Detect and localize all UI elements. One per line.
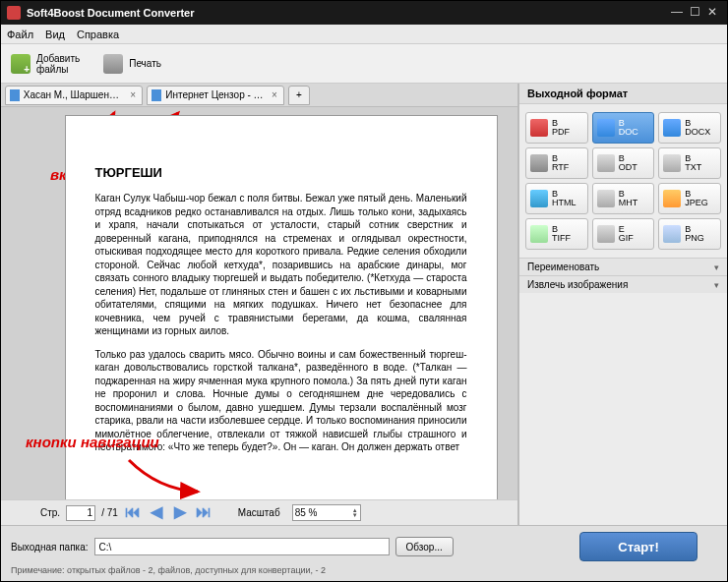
- format-png[interactable]: В PNG: [658, 218, 721, 250]
- mht-icon: [597, 190, 615, 207]
- format-label: В JPEG: [685, 190, 708, 207]
- rename-option[interactable]: Переименовать ▾: [519, 258, 727, 275]
- tab-label: Интернет Цензор - эфф...: [165, 89, 266, 100]
- format-label: В TIFF: [552, 225, 571, 243]
- tab-label: Хасан М., Шаршеналиев ...: [24, 89, 125, 100]
- format-label: В PNG: [685, 225, 704, 243]
- format-jpeg[interactable]: В JPEG: [658, 183, 721, 214]
- rename-label: Переименовать: [527, 262, 599, 272]
- format-pdf[interactable]: В PDF: [525, 112, 588, 144]
- doc-icon: [152, 89, 161, 101]
- format-docx[interactable]: В DOCX: [658, 112, 721, 144]
- app-icon: [7, 6, 21, 20]
- gif-icon: [597, 225, 615, 243]
- page-input[interactable]: [66, 505, 95, 521]
- document-viewport[interactable]: вкладки ТЮРГЕШИ Каган Сулук Чабыш-чор бе…: [1, 107, 517, 499]
- format-odt[interactable]: В ODT: [592, 147, 655, 179]
- format-label: В MHT: [619, 190, 638, 207]
- print-button[interactable]: Печать: [99, 52, 165, 76]
- format-label: В DOCX: [685, 119, 710, 137]
- status-note: Примечание: открытых файлов - 2, файлов,…: [11, 565, 717, 575]
- tab-close-icon[interactable]: ×: [128, 89, 138, 101]
- close-button[interactable]: ✕: [703, 5, 721, 21]
- left-pane: Хасан М., Шаршеналиев ... × Интернет Цен…: [1, 84, 518, 525]
- menubar: Файл Вид Справка: [1, 25, 727, 44]
- next-page-button[interactable]: ▶: [171, 504, 189, 522]
- output-row: Выходная папка: Обзор... Старт!: [11, 532, 717, 561]
- doc-heading: ТЮРГЕШИ: [95, 165, 467, 180]
- tiff-icon: [530, 225, 548, 243]
- docx-icon: [663, 119, 681, 137]
- add-files-label: Добавить файлы: [36, 53, 80, 75]
- first-page-button[interactable]: ⏮: [124, 504, 142, 522]
- page-total: / 71: [101, 507, 118, 518]
- format-grid: В PDF В DOC В DOCX В RTF В ODT В TXT В H…: [519, 104, 727, 258]
- extract-label: Извлечь изображения: [527, 279, 628, 290]
- minimize-button[interactable]: —: [668, 5, 686, 21]
- document-tabs: Хасан М., Шаршеналиев ... × Интернет Цен…: [1, 84, 517, 107]
- start-button[interactable]: Старт!: [579, 532, 698, 561]
- doc-paragraph: Каган Сулук Чабыш-чор бежал с поля битвы…: [95, 192, 467, 338]
- bottom-bar: Выходная папка: Обзор... Старт! Примечан…: [1, 525, 727, 581]
- doc-icon: [10, 89, 20, 101]
- odt-icon: [597, 154, 615, 172]
- tab-add-button[interactable]: +: [288, 86, 310, 105]
- format-label: В TXT: [685, 154, 701, 172]
- format-gif[interactable]: E GIF: [592, 218, 655, 250]
- maximize-button[interactable]: ☐: [686, 5, 703, 21]
- doc-icon: [597, 119, 615, 137]
- prev-page-button[interactable]: ◀: [148, 504, 165, 522]
- output-folder-input[interactable]: [94, 538, 390, 555]
- doc-paragraph: Только раз удалось сварить мясо. Обычно …: [95, 348, 467, 454]
- menu-view[interactable]: Вид: [45, 29, 65, 40]
- jpeg-icon: [663, 190, 681, 207]
- zoom-select[interactable]: 85 % ▲▼: [292, 504, 361, 521]
- format-label: В DOC: [619, 119, 638, 137]
- workspace: Хасан М., Шаршеналиев ... × Интернет Цен…: [1, 84, 727, 525]
- titlebar[interactable]: Soft4Boost Document Converter — ☐ ✕: [1, 1, 727, 25]
- right-pane: Выходной формат В PDF В DOC В DOCX В RTF…: [518, 84, 727, 525]
- output-folder-label: Выходная папка:: [11, 542, 89, 553]
- format-tiff[interactable]: В TIFF: [525, 218, 588, 250]
- rtf-icon: [530, 154, 548, 172]
- chevron-down-icon: ▾: [714, 262, 719, 272]
- app-title: Soft4Boost Document Converter: [27, 7, 668, 19]
- print-icon: [103, 54, 123, 74]
- app-window: Soft4Boost Document Converter — ☐ ✕ Файл…: [0, 0, 728, 582]
- format-txt[interactable]: В TXT: [658, 147, 721, 179]
- format-html[interactable]: В HTML: [525, 183, 588, 214]
- tab-0[interactable]: Хасан М., Шаршеналиев ... ×: [5, 86, 143, 105]
- page-navigation: Стр. / 71 ⏮ ◀ ▶ ⏭ Масштаб 85 % ▲▼: [1, 499, 517, 525]
- html-icon: [530, 190, 548, 207]
- png-icon: [663, 225, 681, 243]
- chevron-down-icon: ▾: [714, 280, 719, 290]
- browse-button[interactable]: Обзор...: [395, 537, 454, 556]
- add-files-button[interactable]: Добавить файлы: [7, 51, 84, 77]
- tab-1[interactable]: Интернет Цензор - эфф... ×: [147, 86, 284, 105]
- last-page-button[interactable]: ⏭: [195, 504, 212, 522]
- format-label: E GIF: [619, 225, 634, 243]
- menu-help[interactable]: Справка: [77, 29, 119, 40]
- output-format-header: Выходной формат: [519, 84, 727, 104]
- txt-icon: [663, 154, 681, 172]
- tab-close-icon[interactable]: ×: [270, 89, 279, 101]
- page-label: Стр.: [40, 507, 60, 518]
- format-label: В HTML: [552, 190, 576, 207]
- document-page: ТЮРГЕШИ Каган Сулук Чабыш-чор бежал с по…: [65, 115, 498, 499]
- zoom-value: 85 %: [295, 507, 318, 518]
- format-label: В ODT: [619, 154, 637, 172]
- zoom-label: Масштаб: [238, 507, 280, 518]
- toolbar: Добавить файлы Печать: [1, 44, 727, 84]
- extract-images-option[interactable]: Извлечь изображения ▾: [519, 275, 727, 293]
- print-label: Печать: [129, 58, 161, 69]
- format-label: В RTF: [552, 154, 569, 172]
- format-label: В PDF: [552, 119, 570, 137]
- menu-file[interactable]: Файл: [7, 29, 33, 40]
- format-doc[interactable]: В DOC: [592, 112, 655, 144]
- format-mht[interactable]: В MHT: [592, 183, 655, 214]
- pdf-icon: [530, 119, 548, 137]
- spinner-icon[interactable]: ▲▼: [352, 508, 358, 518]
- format-rtf[interactable]: В RTF: [525, 147, 588, 179]
- add-files-icon: [11, 54, 30, 74]
